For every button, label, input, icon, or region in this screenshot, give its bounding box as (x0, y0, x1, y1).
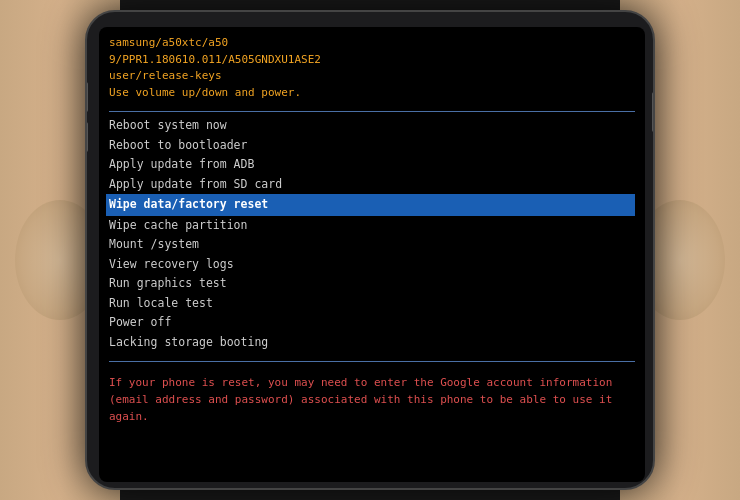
phone-screen: samsung/a50xtc/a50 9/PPR1.180610.011/A50… (99, 27, 645, 482)
divider-top (109, 111, 635, 112)
recovery-menu: Reboot system now Reboot to bootloader A… (109, 116, 635, 353)
phone-body: samsung/a50xtc/a50 9/PPR1.180610.011/A50… (85, 10, 655, 490)
menu-item-wipe-data[interactable]: Wipe data/factory reset (106, 194, 635, 216)
menu-item-locale-test[interactable]: Run locale test (109, 294, 635, 314)
menu-item-view-logs[interactable]: View recovery logs (109, 255, 635, 275)
divider-bottom (109, 361, 635, 362)
menu-item-apply-sd[interactable]: Apply update from SD card (109, 175, 635, 195)
volume-down-button[interactable] (85, 122, 88, 152)
volume-up-button[interactable] (85, 82, 88, 112)
header-line2: 9/PPR1.180610.011/A505GNDXU1ASE2 (109, 52, 635, 69)
menu-item-mount-system[interactable]: Mount /system (109, 235, 635, 255)
menu-item-power-off[interactable]: Power off (109, 313, 635, 333)
menu-item-wipe-cache[interactable]: Wipe cache partition (109, 216, 635, 236)
menu-item-reboot-bootloader[interactable]: Reboot to bootloader (109, 136, 635, 156)
menu-item-reboot-system[interactable]: Reboot system now (109, 116, 635, 136)
header-line3: user/release-keys (109, 68, 635, 85)
power-button[interactable] (652, 92, 655, 132)
device-header: samsung/a50xtc/a50 9/PPR1.180610.011/A50… (109, 35, 635, 101)
screen-content: samsung/a50xtc/a50 9/PPR1.180610.011/A50… (99, 27, 645, 482)
warning-message: If your phone is reset, you may need to … (109, 372, 635, 427)
scene: samsung/a50xtc/a50 9/PPR1.180610.011/A50… (0, 0, 740, 500)
header-line1: samsung/a50xtc/a50 (109, 35, 635, 52)
menu-item-graphics-test[interactable]: Run graphics test (109, 274, 635, 294)
menu-item-apply-adb[interactable]: Apply update from ADB (109, 155, 635, 175)
menu-item-lacking-storage[interactable]: Lacking storage booting (109, 333, 635, 353)
header-line4: Use volume up/down and power. (109, 85, 635, 102)
